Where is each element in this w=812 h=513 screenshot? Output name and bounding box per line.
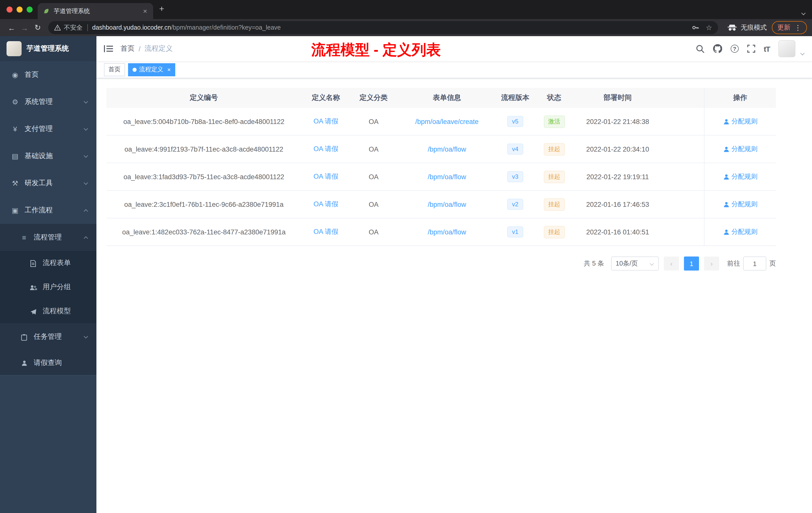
bookmark-star-icon[interactable]: ☆ — [706, 24, 712, 32]
cell-status: 挂起 — [533, 198, 575, 211]
cell-definition-id: oa_leave:4:991f2193-7b7f-11ec-a3c8-acde4… — [107, 145, 301, 153]
page-size-select[interactable]: 10条/页 — [611, 256, 659, 271]
form-info-link[interactable]: /bpm/oa/flow — [397, 228, 497, 236]
next-page-button[interactable]: › — [704, 256, 719, 271]
forward-button[interactable]: → — [18, 23, 31, 32]
chevron-up-icon — [84, 209, 88, 213]
sidebar-item-system[interactable]: ⚙ 系统管理 — [0, 88, 96, 116]
back-button[interactable]: ← — [5, 23, 18, 32]
status-badge: 挂起 — [544, 225, 565, 238]
close-window-button[interactable] — [6, 6, 12, 12]
cell-deploy-time: 2022-01-22 19:19:11 — [575, 173, 660, 180]
new-tab-button[interactable]: + — [159, 4, 164, 14]
cell-version: v4 — [497, 144, 533, 155]
table-row: oa_leave:3:1fad3d93-7b75-11ec-a3c8-acde4… — [107, 163, 776, 191]
app-logo: 芋道管理系统 — [0, 36, 96, 61]
version-badge: v1 — [507, 227, 523, 237]
sidebar-collapse-button[interactable] — [96, 45, 120, 53]
assign-rule-button[interactable]: 分配规则 — [723, 145, 757, 154]
search-icon[interactable] — [696, 44, 704, 53]
font-size-icon[interactable]: tT — [764, 44, 770, 53]
version-badge: v4 — [507, 144, 523, 155]
sidebar-item-label: 用户分组 — [43, 282, 71, 292]
incognito-badge: 无痕模式 — [727, 23, 767, 32]
tag-close-icon[interactable]: × — [167, 66, 171, 73]
tab-search-caret-icon[interactable] — [802, 7, 805, 17]
cell-version: v3 — [497, 171, 533, 182]
cell-action: 分配规则 — [704, 191, 776, 218]
sidebar-item-devtools[interactable]: ⚒ 研发工具 — [0, 170, 96, 197]
breadcrumb-home[interactable]: 首页 — [120, 44, 135, 53]
definition-name-link[interactable]: OA 请假 — [301, 117, 350, 126]
definition-name-link[interactable]: OA 请假 — [301, 145, 350, 154]
column-header-category: 定义分类 — [350, 93, 397, 102]
form-info-link[interactable]: /bpm/oa/flow — [397, 201, 497, 208]
sidebar-item-process-model[interactable]: 流程模型 — [0, 299, 96, 323]
assign-rule-label: 分配规则 — [731, 200, 757, 209]
cell-definition-id: oa_leave:1:482ec033-762a-11ec-8477-a2380… — [107, 228, 301, 236]
person-icon — [20, 359, 28, 367]
form-info-link[interactable]: /bpm/oa/flow — [397, 145, 497, 153]
tab-close-icon[interactable]: × — [142, 7, 148, 15]
sidebar-item-label: 请假查询 — [34, 358, 62, 367]
cell-status: 挂起 — [533, 143, 575, 155]
goto-page-input[interactable] — [743, 256, 766, 271]
sidebar-item-user-group[interactable]: 用户分组 — [0, 275, 96, 299]
status-badge: 激活 — [544, 115, 565, 128]
sidebar-item-workflow[interactable]: ▣ 工作流程 — [0, 197, 96, 224]
key-icon[interactable] — [692, 24, 700, 32]
sidebar-item-leave-query[interactable]: 请假查询 — [0, 350, 96, 375]
page-number-button[interactable]: 1 — [684, 256, 699, 271]
zoom-window-button[interactable] — [27, 6, 33, 12]
sidebar-item-infrastructure[interactable]: ▤ 基础设施 — [0, 143, 96, 170]
sidebar-item-payment[interactable]: ¥ 支付管理 — [0, 116, 96, 143]
form-info-link[interactable]: /bpm/oa/leave/create — [397, 118, 497, 125]
pagination-total: 共 5 条 — [584, 259, 604, 268]
tools-icon: ⚒ — [11, 179, 19, 187]
definition-name-link[interactable]: OA 请假 — [301, 200, 350, 209]
tag-label: 流程定义 — [139, 65, 163, 74]
assign-rule-label: 分配规则 — [731, 117, 757, 126]
assign-rule-button[interactable]: 分配规则 — [723, 117, 757, 126]
reload-button[interactable]: ↻ — [31, 23, 44, 32]
user-icon — [723, 174, 729, 180]
avatar-caret-icon[interactable] — [801, 48, 804, 57]
sidebar-item-home[interactable]: ◉ 首页 — [0, 61, 96, 88]
sidebar-item-task-management[interactable]: 任务管理 — [0, 323, 96, 350]
site-security[interactable]: 不安全 — [54, 23, 83, 32]
definition-name-link[interactable]: OA 请假 — [301, 228, 350, 236]
user-avatar[interactable] — [778, 40, 795, 57]
sidebar-item-process-management[interactable]: ≡ 流程管理 — [0, 224, 96, 251]
app-title: 芋道管理系统 — [27, 44, 69, 53]
fullscreen-icon[interactable] — [747, 45, 755, 53]
definition-name-link[interactable]: OA 请假 — [301, 172, 350, 181]
github-icon[interactable] — [713, 44, 722, 53]
column-header-status: 状态 — [533, 93, 575, 102]
user-icon — [723, 146, 729, 152]
address-bar[interactable]: 不安全 dashboard.yudao.iocoder.cn /bpm/mana… — [48, 21, 718, 34]
sidebar-item-process-form[interactable]: 流程表单 — [0, 251, 96, 275]
sidebar-item-label: 流程表单 — [43, 259, 71, 268]
help-icon[interactable]: ? — [731, 45, 739, 53]
process-model-icon — [29, 307, 37, 315]
cell-action: 分配规则 — [704, 163, 776, 190]
task-management-icon — [20, 333, 28, 341]
tag-label: 首页 — [109, 65, 120, 74]
tag-home[interactable]: 首页 — [104, 63, 125, 76]
active-dot — [133, 67, 137, 71]
prev-page-button[interactable]: ‹ — [664, 256, 679, 271]
minimize-window-button[interactable] — [17, 6, 23, 12]
browser-tab[interactable]: 芋道管理系统 × — [38, 3, 153, 19]
assign-rule-label: 分配规则 — [731, 172, 757, 181]
assign-rule-button[interactable]: 分配规则 — [723, 200, 757, 209]
tag-process-definition[interactable]: 流程定义 × — [128, 63, 175, 76]
assign-rule-button[interactable]: 分配规则 — [723, 172, 757, 181]
sidebar-item-label: 首页 — [25, 70, 39, 79]
url-path: /bpm/manager/definition?key=oa_leave — [171, 24, 281, 31]
update-chrome-button[interactable]: 更新 ⋮ — [772, 21, 807, 34]
url-host: dashboard.yudao.iocoder.cn — [92, 24, 171, 31]
form-info-link[interactable]: /bpm/oa/flow — [397, 173, 497, 180]
browser-menu-icon[interactable]: ⋮ — [794, 24, 802, 32]
column-header-id: 定义编号 — [107, 93, 301, 102]
assign-rule-button[interactable]: 分配规则 — [723, 228, 757, 236]
